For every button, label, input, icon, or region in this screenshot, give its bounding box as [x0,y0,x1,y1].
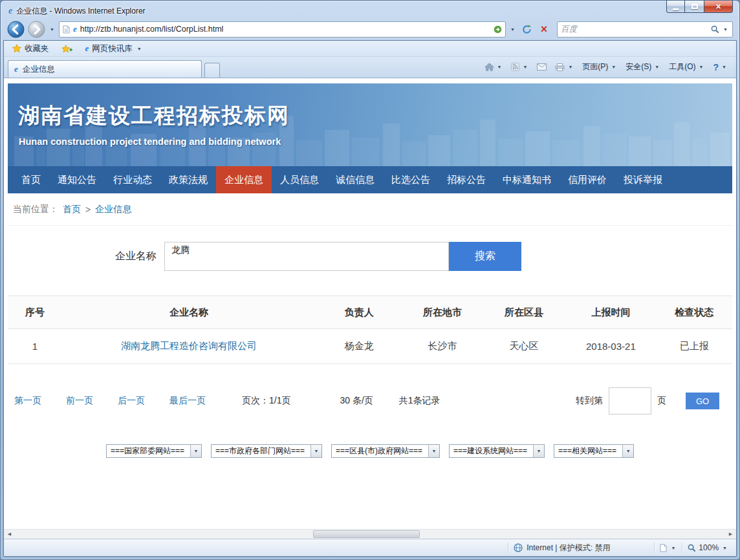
security-zone: Internet | 保护模式: 禁用 [514,543,610,554]
tools-menu-button[interactable]: 工具(O) ▼ [667,60,706,74]
add-favorite-button[interactable] [59,44,76,54]
col-county: 所在区县 [483,296,566,329]
titlebar[interactable]: e 企业信息 - Windows Internet Explorer [1,1,739,18]
scroll-left-icon[interactable]: ◀ [4,530,15,539]
statusbar-separator [682,543,682,553]
page-menu-button[interactable]: 页面(P) ▼ [580,60,619,74]
breadcrumb: 当前位置： 首页 > 企业信息 [8,193,732,226]
chevron-down-icon: ▼ [496,65,503,69]
nav-item-corp-info[interactable]: 企业信息 [216,166,272,193]
help-button[interactable]: ? ▼ [712,61,730,74]
corp-search-form: 企业名称 搜索 [8,226,732,286]
site-select-county-gov[interactable]: ===区县(市)政府网站=== ▼ [331,444,440,458]
go-icon[interactable] [494,25,502,34]
first-page-link[interactable]: 第一页 [14,395,41,407]
goto-page-input[interactable] [609,387,651,415]
favorites-button[interactable]: 收藏夹 [9,43,52,55]
scrollbar-thumb[interactable] [313,530,420,538]
nav-item-award-notices[interactable]: 中标通知书 [494,166,560,193]
site-select-city-departments[interactable]: ===市政府各部门网站=== ▼ [211,444,322,458]
stop-button[interactable]: × [537,22,551,36]
safety-menu-button[interactable]: 安全(S) ▼ [624,60,662,74]
nav-item-policies[interactable]: 政策法规 [160,166,216,193]
minimize-button[interactable] [666,1,685,13]
scroll-right-icon[interactable]: ▶ [725,530,736,539]
next-page-link[interactable]: 后一页 [118,395,145,407]
nav-item-notices[interactable]: 通知公告 [49,166,105,193]
nav-item-credit-info[interactable]: 诚信信息 [327,166,383,193]
feeds-button[interactable]: ▼ [509,61,530,72]
chevron-down-icon: ▼ [136,47,143,51]
nav-item-home[interactable]: 首页 [13,166,49,193]
go-button[interactable]: GO [686,393,719,409]
mail-icon [537,63,547,70]
corp-name-link[interactable]: 湖南龙腾工程造价咨询有限公司 [121,340,257,351]
close-button[interactable]: × [704,1,733,13]
favorites-label: 收藏夹 [25,43,49,54]
compatibility-view-status-button[interactable]: ▼ [660,544,677,552]
back-button[interactable] [7,21,25,38]
statusbar-separator [508,543,508,553]
nav-item-credit-rating[interactable]: 信用评价 [560,166,615,193]
search-icon[interactable] [711,25,719,34]
window-controls: × [666,1,733,13]
col-city: 所在地市 [402,296,482,329]
safety-menu-label: 安全(S) [626,61,651,72]
forward-button[interactable] [28,21,45,38]
nav-item-complaints[interactable]: 投诉举报 [615,166,671,193]
address-dropdown-chevron-icon[interactable]: ▼ [509,27,516,32]
horizontal-scrollbar[interactable]: ◀ ▶ [4,529,736,539]
address-bar: ▼ e ▼ × 百度 [1,18,739,40]
zoom-icon [688,544,696,552]
nav-item-comparison-announcements[interactable]: 比选公告 [383,166,439,193]
read-mail-button[interactable] [535,62,549,72]
url-input[interactable] [80,25,490,34]
star-plus-icon [62,45,72,53]
refresh-button[interactable] [519,22,534,36]
recent-pages-chevron-icon[interactable]: ▼ [49,27,56,32]
breadcrumb-home-link[interactable]: 首页 [63,204,81,215]
search-submit-button[interactable]: 搜索 [449,242,521,271]
maximize-button[interactable] [685,1,704,13]
command-bar: ▼ ▼ [483,60,732,78]
web-slices-button[interactable]: e 网页快讯库 ▼ [82,43,146,55]
star-icon [12,44,21,53]
page-icon [660,544,667,552]
prev-page-link[interactable]: 前一页 [66,395,93,407]
nav-item-personnel-info[interactable]: 人员信息 [272,166,327,193]
search-box[interactable]: 百度 ▼ [557,21,733,38]
site-select-label: ===相关网站=== [558,446,616,457]
chevron-down-icon: ▼ [622,445,633,457]
search-options-chevron-icon[interactable]: ▼ [722,27,729,32]
cell-report-date: 2018-03-21 [565,329,656,364]
breadcrumb-prefix: 当前位置： [13,204,58,215]
site-banner: 湖南省建设工程招标投标网 Hunan construction project … [8,83,732,166]
scrollbar-track[interactable] [15,530,725,539]
tab-corp-info[interactable]: e 企业信息 [8,60,202,78]
record-total: 共1条记录 [399,395,441,407]
pagination: 第一页 前一页 后一页 最后一页 页次：1/1页 30 条/页 共1条记录 转到… [4,387,736,415]
last-page-link[interactable]: 最后一页 [169,395,206,407]
chevron-down-icon: ▼ [721,546,728,550]
favorites-bar: 收藏夹 e 网页快讯库 ▼ [4,41,736,57]
site-select-label: ===市政府各部门网站=== [215,446,305,457]
site-select-national-ministries[interactable]: ===国家部委网站=== ▼ [106,444,202,458]
nav-item-industry-news[interactable]: 行业动态 [105,166,160,193]
zoom-control[interactable]: 100% ▼ [688,543,728,552]
search-engine-watermark: 百度 [561,24,708,35]
cell-county: 天心区 [483,329,566,364]
url-field[interactable]: e [59,21,506,38]
col-index: 序号 [8,296,62,329]
page-info: 页次：1/1页 [242,395,290,407]
breadcrumb-current-link[interactable]: 企业信息 [95,204,131,215]
print-button[interactable]: ▼ [553,62,576,72]
home-icon [484,63,494,71]
corp-name-input[interactable] [164,242,449,271]
site-select-related[interactable]: ===相关网站=== ▼ [554,444,634,458]
goto-suffix: 页 [657,395,666,407]
new-tab-button[interactable] [204,63,220,78]
chevron-down-icon: ▼ [521,65,528,69]
home-button[interactable]: ▼ [483,61,505,72]
site-select-construction-system[interactable]: ===建设系统网站=== ▼ [449,444,545,458]
nav-item-bid-announcements[interactable]: 招标公告 [439,166,494,193]
